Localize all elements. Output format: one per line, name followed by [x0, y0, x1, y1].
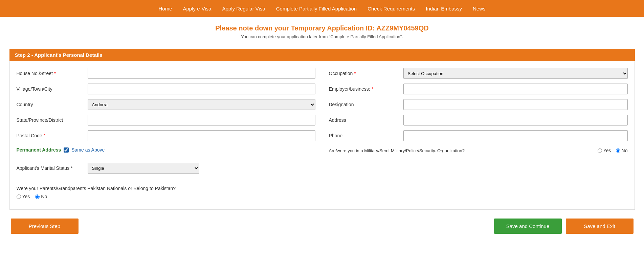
pakistan-radio-row: Yes No — [17, 194, 315, 199]
nav-apply-regular[interactable]: Apply Regular Visa — [222, 6, 265, 12]
country-row: Country AndorraAfghanistanAlbaniaAlgeria… — [17, 99, 315, 110]
occupation-label: Occupation * — [329, 71, 400, 76]
pakistan-section: Were your Parents/Grandparents Pakistan … — [17, 186, 315, 199]
designation-row: Designation — [329, 99, 628, 110]
right-buttons: Save and Continue Save and Exit — [494, 219, 634, 234]
footer-buttons: Previous Step Save and Continue Save and… — [9, 213, 635, 239]
phone-label: Phone — [329, 133, 400, 138]
section-title: Step 2 - Applicant's Personal Details — [9, 49, 635, 61]
military-yes-radio[interactable] — [598, 148, 602, 153]
pakistan-no-label[interactable]: No — [35, 194, 47, 199]
postal-input[interactable] — [88, 130, 315, 141]
left-section: House No./Street * Village/Town/City Cou… — [17, 68, 315, 199]
marital-row: Applicant's Marital Status * SingleMarri… — [17, 163, 315, 174]
address-row: Address — [329, 115, 628, 125]
occupation-row: Occupation * Select OccupationBusinessGo… — [329, 68, 628, 79]
nav-apply-evisa[interactable]: Apply e-Visa — [183, 6, 212, 12]
marital-select[interactable]: SingleMarriedDivorcedWidowedSeparated — [88, 163, 199, 174]
designation-label: Designation — [329, 102, 400, 107]
form-body: House No./Street * Village/Town/City Cou… — [9, 61, 635, 210]
nav-complete-partial[interactable]: Complete Partially Filled Application — [276, 6, 357, 12]
employer-input[interactable] — [403, 84, 628, 94]
house-street-row: House No./Street * — [17, 68, 315, 79]
village-label: Village/Town/City — [17, 86, 84, 92]
postal-label: Postal Code * — [17, 133, 84, 138]
app-id-heading: Please note down your Temporary Applicat… — [16, 24, 628, 32]
military-no-radio[interactable] — [616, 148, 620, 153]
state-row: State/Province/District — [17, 115, 315, 125]
military-yes-label[interactable]: Yes — [598, 148, 611, 153]
marital-label: Applicant's Marital Status * — [17, 165, 84, 171]
address-input[interactable] — [403, 115, 628, 125]
nav-check-req[interactable]: Check Requirements — [368, 6, 415, 12]
save-continue-button[interactable]: Save and Continue — [494, 219, 562, 234]
state-label: State/Province/District — [17, 117, 84, 123]
military-radio-group: Yes No — [598, 148, 628, 153]
pakistan-yes-radio[interactable] — [17, 194, 21, 199]
pakistan-yes-label[interactable]: Yes — [17, 194, 30, 199]
app-id-subtext: You can complete your application later … — [16, 34, 628, 39]
address-label: Address — [329, 117, 400, 123]
save-exit-button[interactable]: Save and Exit — [566, 219, 634, 234]
country-label: Country — [17, 102, 84, 107]
permanent-address-label: Permanent Address — [17, 147, 61, 153]
permanent-address-row: Permanent Address Same as Above — [17, 147, 315, 153]
page-header: Please note down your Temporary Applicat… — [9, 17, 635, 43]
phone-row: Phone — [329, 130, 628, 141]
prev-step-button[interactable]: Previous Step — [11, 219, 79, 234]
postal-row: Postal Code * — [17, 130, 315, 141]
military-question-text: Are/were you in a Military/Semi-Military… — [329, 148, 591, 153]
employer-row: Employer/business: * — [329, 84, 628, 94]
military-no-label[interactable]: No — [616, 148, 628, 153]
military-row: Are/were you in a Military/Semi-Military… — [329, 148, 628, 153]
pakistan-question-text: Were your Parents/Grandparents Pakistan … — [17, 186, 315, 191]
occupation-select[interactable]: Select OccupationBusinessGovernment Serv… — [403, 68, 628, 79]
country-select[interactable]: AndorraAfghanistanAlbaniaAlgeriaArgentin… — [88, 99, 315, 110]
state-input[interactable] — [88, 115, 315, 125]
nav-indian-embassy[interactable]: Indian Embassy — [426, 6, 462, 12]
village-input[interactable] — [88, 84, 315, 94]
same-as-above-checkbox[interactable] — [64, 147, 69, 153]
village-row: Village/Town/City — [17, 84, 315, 94]
phone-input[interactable] — [403, 130, 628, 141]
employer-label: Employer/business: * — [329, 86, 400, 92]
right-section: Occupation * Select OccupationBusinessGo… — [329, 68, 628, 199]
nav-news[interactable]: News — [473, 6, 486, 12]
same-as-above-label: Same as Above — [71, 147, 105, 153]
designation-input[interactable] — [403, 99, 628, 110]
house-street-label: House No./Street * — [17, 71, 84, 76]
pakistan-no-radio[interactable] — [35, 194, 40, 199]
house-street-input[interactable] — [88, 68, 315, 79]
main-nav: Home Apply e-Visa Apply Regular Visa Com… — [0, 0, 644, 17]
nav-home[interactable]: Home — [158, 6, 172, 12]
